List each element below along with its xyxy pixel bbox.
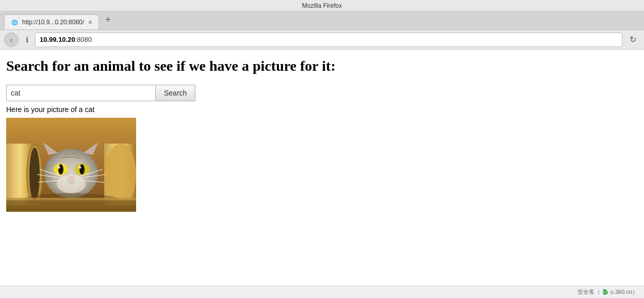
active-tab[interactable]: 🌐 http://10.9...0.20:8080/ ×	[4, 14, 99, 29]
tab-close-icon[interactable]: ×	[88, 18, 92, 26]
svg-point-17	[79, 164, 85, 175]
svg-point-14	[58, 164, 63, 175]
svg-point-18	[79, 166, 81, 169]
svg-point-26	[57, 175, 86, 193]
page-heading: Search for an animal to see if we have a…	[6, 58, 638, 74]
search-button[interactable]: Search	[156, 85, 195, 101]
info-button[interactable]: ℹ	[22, 35, 32, 45]
tab-favicon-icon: 🌐	[11, 19, 18, 26]
search-form: Search	[6, 85, 638, 101]
browser-statusbar: 安全客（ 🐉 o.360.cn）	[0, 286, 644, 298]
refresh-button[interactable]: ↻	[625, 33, 640, 47]
result-text: Here is your picture of a cat	[6, 105, 638, 114]
new-tab-button[interactable]: +	[101, 13, 115, 26]
tab-label: http://10.9...0.20:8080/	[22, 19, 84, 26]
url-port: :8080	[75, 36, 92, 43]
cat-image-svg	[6, 118, 136, 212]
back-icon: ‹	[10, 36, 13, 44]
refresh-icon: ↻	[630, 35, 636, 44]
svg-rect-29	[6, 200, 136, 212]
browser-titlebar: Mozilla Firefox	[0, 0, 644, 11]
cat-image	[6, 118, 136, 212]
back-button[interactable]: ‹	[4, 33, 19, 47]
browser-navbar: ‹ ℹ 10.99.10.20:8080 ↻	[0, 30, 644, 50]
statusbar-text: 安全客（ 🐉 o.360.cn）	[577, 288, 638, 296]
url-bar[interactable]: 10.99.10.20:8080	[35, 33, 622, 47]
page-content: Search for an animal to see if we have a…	[0, 50, 644, 286]
browser-tabbar: 🌐 http://10.9...0.20:8080/ × +	[0, 11, 644, 30]
url-host: 10.99.10.20	[40, 36, 75, 43]
browser-title-text: Mozilla Firefox	[302, 2, 342, 9]
search-input[interactable]	[6, 85, 156, 101]
svg-point-15	[58, 166, 60, 169]
info-icon: ℹ	[26, 36, 28, 44]
